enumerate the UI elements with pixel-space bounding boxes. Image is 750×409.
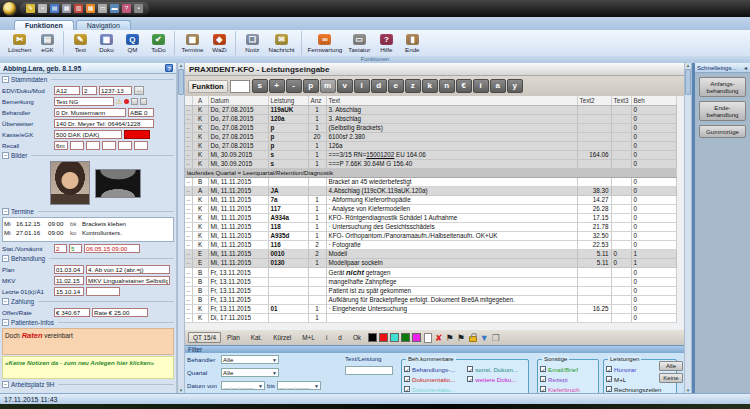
color-swatch[interactable] <box>390 333 399 342</box>
doku-button[interactable]: ▦Doku <box>93 31 119 55</box>
color-swatch[interactable] <box>379 333 388 342</box>
termine-button[interactable]: ▦Termine <box>178 31 206 55</box>
table-row[interactable]: –KDo, 27.08.2015p1126a0 <box>185 141 676 150</box>
table-row[interactable]: –KMi, 11.11.2015A935d1KFO- Orthopantom./… <box>185 231 676 240</box>
funktion-button-m[interactable]: m <box>320 79 336 93</box>
color-swatch[interactable] <box>401 333 410 342</box>
table-row[interactable]: –KMi, 11.11.20151171· Analyse von Kiefer… <box>185 204 676 213</box>
plan-date-field[interactable] <box>54 265 84 274</box>
table-row[interactable]: –KMi, 30.09.2015s1===3/15 RN=15001202 EU… <box>185 150 676 159</box>
table-row[interactable]: –AMi, 11.11.2015JA4.Abschlag (119cOK.119… <box>185 186 676 195</box>
color-swatch[interactable] <box>412 333 421 342</box>
alle-button[interactable]: Alle <box>659 361 683 371</box>
tab-navigation[interactable]: Navigation <box>76 20 131 30</box>
offen-field[interactable] <box>54 308 90 317</box>
table-row[interactable]: –KMi, 11.11.20151181· Untersuchung des G… <box>185 222 676 231</box>
table-row[interactable]: –KDo, 27.08.2015119aUK13. Abschlag0 <box>185 105 676 114</box>
column-header-a[interactable]: A <box>192 96 208 105</box>
datum-von-select[interactable]: __.__.____▼ <box>221 381 265 390</box>
recall-field-3[interactable] <box>86 141 100 150</box>
funktion-button-e[interactable]: e <box>388 79 404 93</box>
funktion-button-i[interactable]: i <box>473 79 489 93</box>
delete-x-icon[interactable]: ✘ <box>435 332 443 344</box>
funktion-button-k[interactable]: k <box>422 79 438 93</box>
table-row[interactable]: –KDi, 17.11.201510 <box>185 313 676 322</box>
record-icon[interactable] <box>124 99 129 104</box>
bemerkung-button-2[interactable] <box>140 98 147 105</box>
collapse-stammdaten-icon[interactable]: − <box>2 76 9 83</box>
plan-text-field[interactable] <box>86 265 170 274</box>
column-header-text2[interactable]: Text2 <box>577 96 611 105</box>
funktion-button-[interactable]: - <box>286 79 302 93</box>
scroll-thumb[interactable] <box>685 69 691 95</box>
stat-field-3[interactable] <box>84 244 140 253</box>
tastatur-button[interactable]: ▭Tastatur <box>345 31 373 55</box>
table-row[interactable]: –BMi, 11.11.2015Bracket an 45 wiederbefe… <box>185 177 676 186</box>
tab-funktionen[interactable]: Funktionen <box>14 20 74 30</box>
card-icon[interactable]: ▤ <box>50 4 59 13</box>
collapse-infos-icon[interactable]: − <box>2 319 9 326</box>
keine-button[interactable]: Keine <box>659 373 683 383</box>
table-row[interactable]: –KMi, 11.11.20151162· Fotografie22.530 <box>185 240 676 249</box>
termin-item[interactable]: Mi27.01.1609:00koKontrollunters. <box>4 228 172 237</box>
filter-checkbox-rechnungszeilen[interactable]: ✓Rechnungszeilen <box>606 384 674 393</box>
funktion-button-[interactable]: € <box>456 79 472 93</box>
recall-field-6[interactable] <box>134 141 148 150</box>
stat-field-2[interactable] <box>69 244 82 253</box>
recall-field-4[interactable] <box>102 141 116 150</box>
flag-arrow-icon[interactable]: ⚑ <box>457 332 465 344</box>
letzte-text-field[interactable] <box>86 287 120 296</box>
toolbar-button-plan[interactable]: Plan <box>222 332 245 343</box>
mkv-text-field[interactable] <box>86 276 170 285</box>
anfangs-behandlung-button[interactable]: Anfangs- behandlung <box>699 77 746 97</box>
patient-info-note[interactable]: Doch Raten vereinbart <box>2 328 174 355</box>
funktion-button-d[interactable]: d <box>371 79 387 93</box>
notes-hint[interactable]: «Keine Notizen da - zum neu Anlegen hier… <box>2 356 174 379</box>
toolbar-button-i[interactable]: i <box>321 332 332 343</box>
column-header-text[interactable]: Text <box>326 96 577 105</box>
filter-icon[interactable]: ▼ <box>480 332 489 344</box>
flag-icon[interactable]: ⚑ <box>446 332 454 344</box>
filter-checkbox-rezept[interactable]: ✓Rezept <box>540 374 596 384</box>
quartal-select[interactable]: Alle▼ <box>221 368 279 377</box>
table-scrollbar[interactable]: ▲ ▼ <box>684 63 692 393</box>
table-row[interactable]: –KMi, 11.11.2015A934a1KFO- Röntgendiagno… <box>185 213 676 222</box>
mkv-date-field[interactable] <box>54 276 84 285</box>
text-button[interactable]: ✎Text <box>67 31 93 55</box>
funktion-button-z[interactable]: z <box>405 79 421 93</box>
column-header-beh[interactable]: Beh <box>631 96 676 105</box>
toolbar-button-k-rzel[interactable]: Kürzel <box>268 332 296 343</box>
gummiz-ge-button[interactable]: Gummizüge <box>699 125 746 138</box>
table-row[interactable]: –KDo, 27.08.2015p206100sf 2.3800 <box>185 132 676 141</box>
collapse-termine-icon[interactable]: − <box>2 208 9 215</box>
table-row[interactable]: –KDo, 27.08.2015120a13. Abschlag0 <box>185 114 676 123</box>
toolbar-button-m-l[interactable]: M+L <box>297 332 320 343</box>
filter-checkbox-email-brief[interactable]: ✓Email/Brief <box>540 364 596 374</box>
lock-icon[interactable] <box>469 336 477 342</box>
edv-field-2[interactable] <box>82 86 97 95</box>
funktion-button-[interactable]: + <box>269 79 285 93</box>
book-icon[interactable]: ▥ <box>74 4 83 13</box>
monitor-icon[interactable]: ▬ <box>110 4 119 13</box>
patient-scrollbar[interactable]: ▲ ▼ <box>177 63 185 393</box>
pen-icon[interactable]: ✎ <box>26 4 35 13</box>
collapse-bilder-icon[interactable]: − <box>2 152 9 159</box>
todo-button[interactable]: ✔ToDo <box>145 31 171 55</box>
notiz-button[interactable]: ❏Notiz <box>239 31 265 55</box>
hilfe-button[interactable]: ?Hilfe <box>373 31 399 55</box>
text-leistung-input[interactable] <box>345 366 393 375</box>
behandler-select[interactable]: Alle▼ <box>221 355 279 364</box>
recall-field-2[interactable] <box>70 141 84 150</box>
letzte-date-field[interactable] <box>54 287 84 296</box>
ende-behandlung-button[interactable]: Ende- behandlung <box>699 101 746 121</box>
table-row[interactable]: –KFr, 13.11.2015011· Eingehende Untersuc… <box>185 304 676 313</box>
filter-checkbox-sonst-dokum[interactable]: ✓sonst. Dokum... <box>467 364 526 374</box>
column-header-sel[interactable] <box>185 96 192 105</box>
funktion-button-a[interactable]: a <box>490 79 506 93</box>
pin-icon[interactable]: ◄ <box>743 65 748 71</box>
table-row[interactable]: –KMi, 11.11.20157a1· Abformung Kieferort… <box>185 195 676 204</box>
recall-field-1[interactable] <box>54 141 68 150</box>
color-swatch[interactable] <box>368 333 377 342</box>
collapse-zahlung-icon[interactable]: − <box>2 298 9 305</box>
xray-image[interactable] <box>95 169 141 198</box>
